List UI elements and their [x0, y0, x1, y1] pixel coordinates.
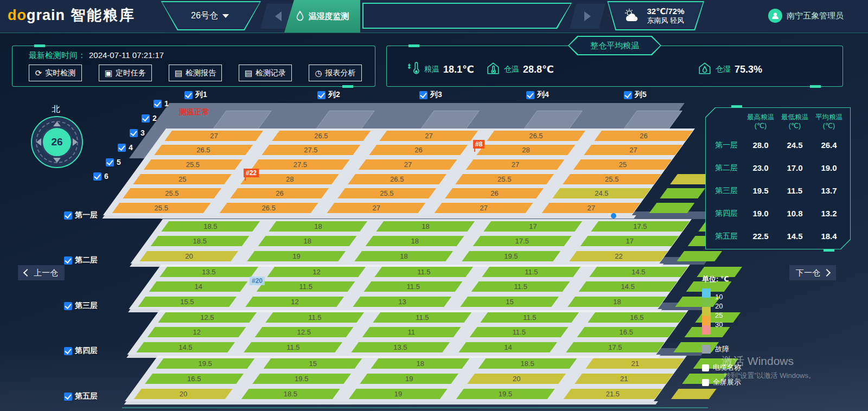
temp-cell[interactable]: 25	[133, 174, 232, 184]
temp-cell[interactable]: 17	[483, 221, 582, 232]
temp-cell[interactable]: 18	[258, 236, 356, 246]
temp-cell[interactable]: 11.5	[363, 281, 462, 292]
row-toggle-4[interactable]: 4	[118, 143, 133, 152]
scene-handle-dot[interactable]	[611, 213, 616, 219]
temp-cell[interactable]: 18	[365, 236, 464, 246]
temp-cell[interactable]: 11	[362, 327, 461, 337]
layer-toggle-2-checkbox[interactable]	[64, 256, 72, 265]
temp-cell[interactable]: 12.5	[158, 312, 257, 323]
toolbar-button-1[interactable]: ⟳实时检测	[29, 65, 82, 81]
temp-cell[interactable]: 18	[269, 221, 367, 232]
temp-cell[interactable]: 27	[435, 203, 533, 213]
temp-cell[interactable]: 11.5	[482, 267, 580, 277]
temp-cell[interactable]: 12	[245, 297, 344, 307]
temp-cell[interactable]: 18.5	[478, 358, 577, 369]
temp-cell[interactable]: 25	[573, 159, 672, 170]
temp-cell[interactable]: 18	[371, 358, 470, 369]
layer-toggle-2[interactable]: 第二层	[64, 255, 98, 265]
temp-cell[interactable]: 15	[264, 358, 362, 369]
temp-cell[interactable]: 18	[354, 251, 453, 261]
compass-left-arrow-icon[interactable]	[36, 138, 41, 146]
temp-cell[interactable]: 19.5	[253, 374, 352, 384]
next-warehouse-button[interactable]: 下一仓	[789, 265, 836, 280]
row-toggle-4-checkbox[interactable]	[118, 144, 126, 152]
temp-cell[interactable]: 26	[594, 131, 693, 141]
layer-toggle-1-checkbox[interactable]	[64, 211, 72, 220]
compass-up-arrow-icon[interactable]	[53, 121, 61, 126]
temp-cell[interactable]: 22	[569, 251, 668, 261]
column-toggle-3[interactable]: 列3	[419, 90, 442, 100]
column-toggle-5[interactable]: 列5	[624, 90, 647, 100]
temp-cell[interactable]: 26	[230, 188, 329, 198]
temp-cell[interactable]: 17.5	[473, 236, 571, 246]
row-toggle-5[interactable]: 5	[106, 158, 121, 166]
display-option-checkbox[interactable]	[702, 364, 709, 371]
layer-toggle-4[interactable]: 第四层	[64, 346, 98, 356]
temp-cell[interactable]: 25.5	[455, 174, 554, 184]
temp-cell[interactable]: 19.5	[456, 389, 555, 399]
temp-cell[interactable]: 20	[139, 251, 238, 261]
temp-cell[interactable]: 27	[327, 203, 426, 213]
temp-cell[interactable]: 25.5	[144, 159, 242, 170]
row-toggle-2[interactable]: 2	[142, 114, 157, 123]
column-toggle-2-checkbox[interactable]	[317, 91, 326, 99]
row-toggle-3-checkbox[interactable]	[130, 129, 138, 137]
temp-cell[interactable]: 21	[575, 374, 674, 384]
temp-cell[interactable]: 26.5	[272, 131, 371, 141]
temp-cell[interactable]: 27	[584, 145, 682, 155]
temp-cell[interactable]: 15	[460, 297, 559, 307]
temp-cell[interactable]: 11.5	[373, 312, 471, 323]
temp-cell[interactable]: 25.5	[112, 203, 211, 213]
temp-cell[interactable]: 18.5	[150, 236, 249, 246]
row-toggle-6-checkbox[interactable]	[93, 172, 101, 181]
temp-cell[interactable]: 13.5	[159, 267, 258, 277]
temp-cell[interactable]: 19	[247, 251, 346, 261]
toolbar-button-5[interactable]: ◷报表分析	[309, 65, 362, 81]
temp-cell[interactable]: 13.5	[351, 342, 450, 352]
row-toggle-2-checkbox[interactable]	[142, 114, 150, 123]
temp-cell[interactable]: 25.5	[337, 188, 436, 198]
temp-cell[interactable]: 11.5	[265, 312, 364, 323]
temp-cell[interactable]: 26.5	[154, 145, 253, 155]
column-toggle-1-checkbox[interactable]	[184, 91, 193, 99]
temp-cell[interactable]: 20	[468, 374, 566, 384]
temp-cell[interactable]: 27	[359, 159, 457, 170]
temp-cell[interactable]: 12.5	[254, 327, 353, 337]
cable-tag[interactable]: #8	[473, 140, 484, 149]
tab-scroll-right-button[interactable]	[570, 4, 605, 29]
temp-cell[interactable]: 14	[149, 281, 247, 292]
user-account[interactable]: 南宁五象管理员	[768, 9, 844, 23]
temp-cell[interactable]: 16.5	[577, 327, 675, 337]
toolbar-button-2[interactable]: ▣定时任务	[99, 65, 152, 81]
temp-cell[interactable]: 27.5	[251, 159, 350, 170]
temp-cell[interactable]: 27	[164, 131, 263, 141]
temp-cell[interactable]: 14.5	[589, 267, 688, 277]
layer-toggle-4-checkbox[interactable]	[64, 347, 72, 355]
temp-cell[interactable]: 21	[586, 358, 685, 369]
temp-cell[interactable]: 12	[147, 327, 246, 337]
temp-cell[interactable]: 27	[466, 159, 565, 170]
temp-cell[interactable]: 11.5	[471, 281, 570, 292]
layer-toggle-3-checkbox[interactable]	[64, 302, 72, 310]
cable-tag[interactable]: #22	[244, 169, 259, 177]
temp-cell[interactable]: 11.5	[374, 267, 473, 277]
temp-cell[interactable]: 25.5	[563, 174, 661, 184]
temp-cell[interactable]: 21.5	[564, 389, 662, 399]
column-toggle-1[interactable]: 列1	[184, 90, 207, 100]
temp-cell[interactable]: 20	[134, 389, 233, 399]
temp-cell[interactable]: 26.5	[487, 131, 585, 141]
temp-cell[interactable]: 14	[458, 342, 557, 352]
temp-cell[interactable]: 17.5	[566, 342, 665, 352]
temp-cell[interactable]: 13	[353, 297, 451, 307]
compass-dial[interactable]: 26	[31, 116, 83, 168]
column-toggle-2[interactable]: 列2	[317, 90, 340, 100]
temp-cell[interactable]: 19.5	[462, 251, 560, 261]
temp-cell[interactable]: 17	[580, 236, 679, 246]
layer-toggle-3[interactable]: 第三层	[64, 301, 98, 311]
display-option-1[interactable]: 电缆名称	[702, 363, 741, 373]
column-toggle-4-checkbox[interactable]	[526, 91, 534, 99]
toolbar-button-4[interactable]: ▤检测记录	[239, 65, 292, 81]
toolbar-button-3[interactable]: ▤检测报告	[169, 65, 222, 81]
temp-cell[interactable]: 27.5	[261, 145, 360, 155]
temp-cell[interactable]: 18.5	[241, 389, 340, 399]
